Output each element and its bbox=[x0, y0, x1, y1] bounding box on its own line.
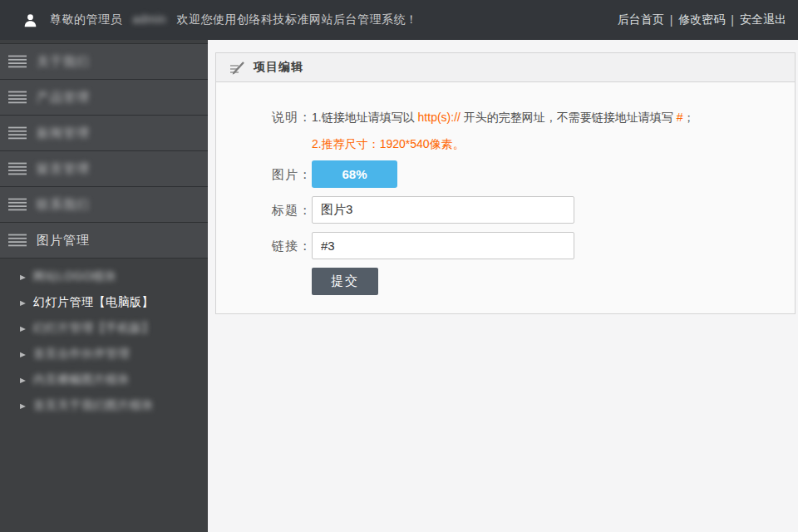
submenu-item-slides-pc[interactable]: ▶ 幻灯片管理【电脑版】 bbox=[0, 289, 208, 315]
images-submenu: ▶ 网站LOGO模块 ▶ 幻灯片管理【电脑版】 ▶ 幻灯片管理【手机版】 ▶ 首… bbox=[0, 259, 208, 421]
edit-pencil-icon bbox=[229, 60, 246, 75]
sidebar-item-label: 新闻管理 bbox=[37, 126, 90, 141]
title-input[interactable] bbox=[312, 196, 574, 224]
user-icon bbox=[23, 13, 37, 27]
note-seg: ； bbox=[683, 111, 695, 124]
sidebar-item-messages[interactable]: 留言管理 bbox=[0, 151, 208, 187]
welcome-prefix: 尊敬的管理员 bbox=[50, 12, 122, 26]
main-content: 项目编辑 说明： 1.链接地址请填写以 http(s):// 开头的完整网址，不… bbox=[208, 40, 798, 532]
panel-header: 项目编辑 bbox=[216, 53, 795, 82]
logout-link[interactable]: 安全退出 bbox=[740, 12, 786, 27]
submenu-item-label: 首页合作伙伴管理 bbox=[33, 347, 130, 362]
sidebar-item-label: 产品管理 bbox=[37, 90, 90, 106]
title-label: 标题： bbox=[216, 196, 312, 224]
menu-lines-icon bbox=[8, 126, 27, 140]
note-row: 说明： 1.链接地址请填写以 http(s):// 开头的完整网址，不需要链接地… bbox=[216, 104, 778, 157]
sidebar-item-label: 图片管理 bbox=[37, 233, 90, 249]
sidebar-item-products[interactable]: 产品管理 bbox=[0, 80, 208, 116]
backend-home-link[interactable]: 后台首页 bbox=[618, 12, 664, 27]
submenu-item-label: 首页关于我们图片模块 bbox=[33, 398, 154, 413]
link-row: 链接： bbox=[216, 232, 778, 259]
triangle-right-icon: ▶ bbox=[20, 273, 28, 280]
triangle-right-icon: ▶ bbox=[20, 350, 28, 357]
submenu-item-logo[interactable]: ▶ 网站LOGO模块 bbox=[0, 264, 208, 289]
sidebar-item-contact[interactable]: 联系我们 bbox=[0, 187, 208, 223]
menu-lines-icon bbox=[8, 198, 27, 211]
topbar-links: 后台首页 | 修改密码 | 安全退出 bbox=[618, 12, 798, 27]
note-line-1: 1.链接地址请填写以 http(s):// 开头的完整网址，不需要链接地址请填写… bbox=[312, 104, 695, 131]
topbar: 尊敬的管理员 admin 欢迎您使用创络科技标准网站后台管理系统！ 后台首页 |… bbox=[0, 0, 798, 40]
menu-lines-icon bbox=[8, 55, 27, 68]
sidebar-item-images[interactable]: 图片管理 bbox=[0, 223, 208, 259]
topbar-welcome-area: 尊敬的管理员 admin 欢迎您使用创络科技标准网站后台管理系统！ bbox=[0, 12, 417, 27]
menu-lines-icon bbox=[8, 162, 27, 175]
submenu-item-banner[interactable]: ▶ 内页横幅图片模块 bbox=[0, 367, 208, 392]
admin-name-blurred: admin bbox=[132, 12, 166, 26]
triangle-right-icon: ▶ bbox=[20, 298, 28, 306]
change-password-link[interactable]: 修改密码 bbox=[678, 12, 725, 27]
title-row: 标题： bbox=[216, 196, 778, 224]
submit-button[interactable]: 提交 bbox=[312, 268, 378, 295]
sidebar-item-label: 留言管理 bbox=[37, 161, 90, 177]
image-label: 图片： bbox=[216, 160, 312, 188]
upload-progress-button[interactable]: 68% bbox=[312, 160, 397, 188]
link-label: 链接： bbox=[216, 232, 312, 259]
sidebar-item-news[interactable]: 新闻管理 bbox=[0, 116, 208, 151]
menu-lines-icon bbox=[8, 234, 27, 247]
welcome-text: 尊敬的管理员 admin 欢迎您使用创络科技标准网站后台管理系统！ bbox=[50, 12, 417, 27]
note-seg-hash: # bbox=[677, 111, 683, 124]
triangle-right-icon: ▶ bbox=[20, 376, 28, 383]
submenu-item-home-about[interactable]: ▶ 首页关于我们图片模块 bbox=[0, 392, 208, 418]
triangle-right-icon: ▶ bbox=[20, 324, 28, 332]
sidebar: 关于我们 产品管理 新闻管理 留言管理 联系我们 bbox=[0, 40, 208, 532]
panel-body: 说明： 1.链接地址请填写以 http(s):// 开头的完整网址，不需要链接地… bbox=[216, 82, 795, 313]
panel-title: 项目编辑 bbox=[254, 60, 303, 75]
triangle-right-icon: ▶ bbox=[20, 401, 28, 409]
submenu-item-slides-mobile[interactable]: ▶ 幻灯片管理【手机版】 bbox=[0, 315, 208, 341]
submenu-item-partners[interactable]: ▶ 首页合作伙伴管理 bbox=[0, 341, 208, 367]
note-line-2: 2.推荐尺寸：1920*540像素。 bbox=[312, 131, 695, 157]
link-input[interactable] bbox=[312, 232, 574, 259]
submit-row: 提交 bbox=[216, 268, 778, 295]
image-row: 图片： 68% bbox=[216, 160, 778, 188]
link-separator: | bbox=[731, 13, 734, 27]
submenu-item-label: 网站LOGO模块 bbox=[33, 269, 116, 284]
sidebar-item-label: 关于我们 bbox=[37, 54, 90, 70]
sidebar-item-label: 联系我们 bbox=[37, 197, 90, 213]
menu-lines-icon bbox=[8, 91, 27, 104]
sidebar-item-about[interactable]: 关于我们 bbox=[0, 44, 208, 80]
submenu-item-label: 幻灯片管理【电脑版】 bbox=[33, 295, 154, 310]
note-text: 1.链接地址请填写以 http(s):// 开头的完整网址，不需要链接地址请填写… bbox=[312, 104, 695, 157]
note-seg: 开头的完整网址，不需要链接地址请填写 bbox=[461, 111, 677, 124]
link-separator: | bbox=[670, 13, 673, 27]
submenu-item-label: 内页横幅图片模块 bbox=[33, 372, 130, 387]
note-seg-http: http(s):// bbox=[418, 111, 461, 124]
submit-spacer bbox=[216, 268, 312, 295]
submenu-item-label: 幻灯片管理【手机版】 bbox=[33, 321, 154, 336]
main-menu: 关于我们 产品管理 新闻管理 留言管理 联系我们 bbox=[0, 43, 208, 259]
welcome-suffix: 欢迎您使用创络科技标准网站后台管理系统！ bbox=[176, 12, 417, 26]
note-label: 说明： bbox=[216, 104, 312, 157]
project-edit-panel: 项目编辑 说明： 1.链接地址请填写以 http(s):// 开头的完整网址，不… bbox=[215, 52, 796, 314]
note-seg: 1.链接地址请填写以 bbox=[312, 111, 418, 124]
